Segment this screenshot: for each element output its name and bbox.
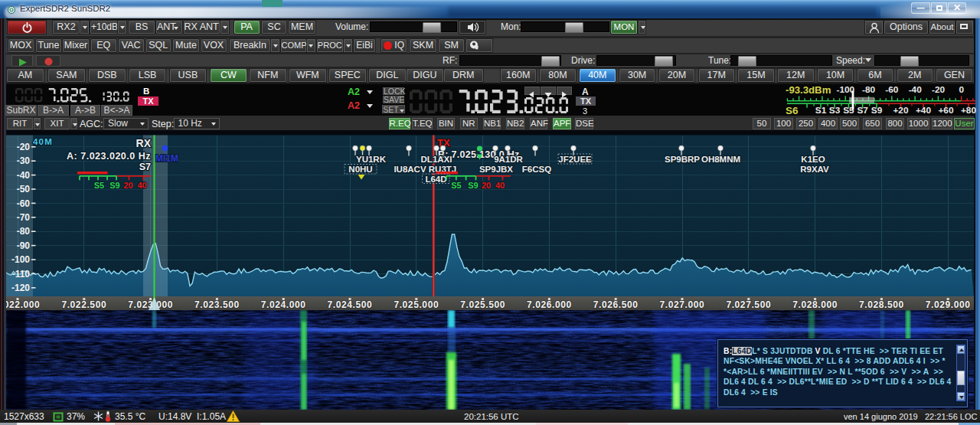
svg-text:R9XAV: R9XAV xyxy=(800,165,829,174)
svg-text:S3: S3 xyxy=(829,105,841,116)
svg-text:S5: S5 xyxy=(94,181,104,190)
svg-text:-110: -110 xyxy=(12,269,31,280)
svg-text:S7: S7 xyxy=(139,162,151,172)
svg-text:40: 40 xyxy=(137,181,146,190)
svg-text:JF2UEE: JF2UEE xyxy=(558,155,592,164)
svg-text:-40: -40 xyxy=(17,170,31,181)
svg-text:-93.3dBm: -93.3dBm xyxy=(786,84,831,96)
svg-text:MI1M: MI1M xyxy=(155,153,178,164)
svg-text:-100: -100 xyxy=(11,254,30,265)
svg-text:L64D: L64D xyxy=(425,175,446,184)
svg-text:S9: S9 xyxy=(871,105,883,116)
svg-text:+60: +60 xyxy=(938,105,953,116)
svg-text:7.025.000: 7.025.000 xyxy=(394,299,439,310)
svg-text:7.029.000: 7.029.000 xyxy=(926,299,971,310)
svg-text:7.024.500: 7.024.500 xyxy=(328,299,373,310)
svg-text:0: 0 xyxy=(959,84,965,95)
svg-text:-80: -80 xyxy=(862,84,875,95)
svg-text:-120: -120 xyxy=(11,283,30,293)
svg-text:IU8ACV: IU8ACV xyxy=(394,165,426,174)
svg-text:7.026.500: 7.026.500 xyxy=(593,299,639,310)
svg-text:40: 40 xyxy=(495,181,505,190)
svg-text:7.028.500: 7.028.500 xyxy=(859,299,904,310)
svg-text:S9: S9 xyxy=(109,181,119,190)
svg-text:9A1DR: 9A1DR xyxy=(494,155,523,164)
svg-text:7.026.000: 7.026.000 xyxy=(527,299,572,310)
svg-text:7.028.000: 7.028.000 xyxy=(792,299,838,310)
svg-text:20: 20 xyxy=(123,181,132,190)
svg-text:+20: +20 xyxy=(893,105,908,116)
svg-text:SP9BRP: SP9BRP xyxy=(665,155,700,164)
svg-text:20: 20 xyxy=(482,181,491,190)
svg-text:DL1AXI: DL1AXI xyxy=(421,155,452,164)
svg-text:40M: 40M xyxy=(33,137,53,146)
svg-text:S6: S6 xyxy=(786,105,799,116)
svg-text:7.022.000: 7.022.000 xyxy=(6,299,40,310)
svg-text:+80: +80 xyxy=(961,105,976,116)
svg-text:7.024.000: 7.024.000 xyxy=(261,299,306,310)
svg-text:SP9JBX: SP9JBX xyxy=(479,165,513,174)
svg-text:F6CSQ: F6CSQ xyxy=(522,165,551,174)
svg-text:S7: S7 xyxy=(857,105,868,116)
svg-text:-50: -50 xyxy=(17,184,31,195)
svg-text:7.025.500: 7.025.500 xyxy=(460,299,505,310)
svg-text:-60: -60 xyxy=(17,198,31,209)
svg-text:A: 7.023.020.0 Hz: A: 7.023.020.0 Hz xyxy=(67,151,151,162)
svg-text:-80: -80 xyxy=(17,226,31,237)
svg-text:-20: -20 xyxy=(932,84,945,95)
svg-text:S1: S1 xyxy=(815,105,827,116)
svg-text:-60: -60 xyxy=(885,84,898,95)
svg-text:7.027.500: 7.027.500 xyxy=(726,299,771,310)
svg-text:-70: -70 xyxy=(17,212,31,223)
svg-text:RX: RX xyxy=(136,137,152,149)
svg-text:-30: -30 xyxy=(17,155,31,166)
svg-text:K1EO: K1EO xyxy=(801,155,825,164)
svg-text:7.027.000: 7.027.000 xyxy=(660,299,705,310)
svg-text:7.023.500: 7.023.500 xyxy=(194,299,240,310)
svg-text:S5: S5 xyxy=(451,181,461,190)
svg-text:+40: +40 xyxy=(916,105,931,116)
svg-text:7.022.500: 7.022.500 xyxy=(61,299,106,310)
svg-text:N0HU: N0HU xyxy=(348,165,372,174)
svg-text:S9: S9 xyxy=(468,181,478,190)
svg-text:YU1RK: YU1RK xyxy=(356,155,387,164)
svg-text:-90: -90 xyxy=(17,240,31,251)
svg-text:OH8MNM: OH8MNM xyxy=(701,155,740,164)
svg-text:-20: -20 xyxy=(17,142,31,152)
svg-text:-40: -40 xyxy=(909,84,922,95)
